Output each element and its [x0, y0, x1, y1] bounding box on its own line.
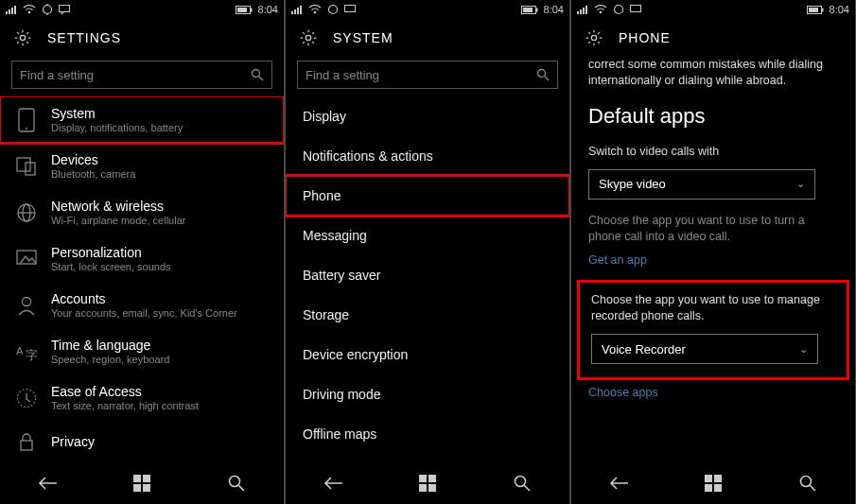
svg-rect-2	[11, 8, 13, 14]
svg-rect-62	[705, 475, 712, 482]
item-label: Accounts	[51, 291, 237, 306]
time-language-icon: A字	[15, 340, 38, 363]
item-label: Ease of Access	[51, 384, 199, 399]
settings-item-network[interactable]: Network & wireless Wi-Fi, airplane mode,…	[0, 189, 284, 235]
intro-text: correct some common mistakes while diali…	[571, 57, 855, 96]
system-item-display[interactable]: Display	[286, 96, 569, 136]
signal-icon	[577, 5, 588, 14]
svg-point-11	[253, 70, 260, 78]
system-item-storage[interactable]: Storage	[286, 295, 569, 335]
search-placeholder: Find a setting	[20, 68, 94, 82]
gear-icon	[583, 26, 605, 49]
nav-bar	[571, 462, 855, 504]
item-label: Devices	[51, 152, 135, 167]
svg-point-55	[600, 11, 603, 14]
item-sub: Speech, region, keyboard	[51, 354, 169, 365]
system-item-offline-maps[interactable]: Offline maps	[286, 414, 569, 454]
choose-apps-link[interactable]: Choose apps	[571, 382, 855, 410]
search-button[interactable]	[222, 469, 251, 497]
wifi-icon	[308, 5, 322, 14]
sync-icon	[327, 4, 339, 15]
get-an-app-link[interactable]: Get an app	[571, 250, 855, 278]
search-input[interactable]: Find a setting	[11, 61, 272, 89]
nav-bar	[286, 462, 569, 504]
battery-icon	[521, 6, 538, 14]
settings-item-devices[interactable]: Devices Bluetooth, camera	[0, 143, 284, 189]
svg-rect-63	[714, 475, 722, 482]
search-button[interactable]	[508, 469, 536, 497]
system-item-messaging[interactable]: Messaging	[286, 216, 569, 255]
svg-rect-51	[577, 11, 579, 14]
item-sub: Bluetooth, camera	[51, 168, 135, 180]
system-item-about[interactable]: About	[286, 454, 569, 462]
start-button[interactable]	[128, 469, 156, 497]
item-sub: Text size, narrator, high contrast	[51, 400, 199, 411]
svg-rect-38	[345, 6, 356, 12]
clock-text: 8:04	[258, 4, 278, 15]
battery-icon	[236, 6, 253, 14]
gear-icon	[11, 26, 34, 49]
svg-line-12	[259, 77, 264, 81]
battery-icon	[807, 6, 824, 14]
privacy-icon	[15, 430, 38, 453]
page-title: PHONE	[619, 30, 671, 45]
back-button[interactable]	[33, 469, 61, 497]
svg-rect-32	[291, 11, 293, 14]
system-item-driving-mode[interactable]: Driving mode	[286, 374, 569, 414]
svg-rect-59	[822, 8, 824, 11]
system-item-notifications[interactable]: Notifications & actions	[286, 136, 569, 176]
settings-item-privacy[interactable]: Privacy	[0, 421, 284, 455]
svg-point-37	[329, 6, 338, 14]
svg-rect-54	[585, 6, 587, 14]
back-button[interactable]	[319, 469, 347, 497]
svg-rect-65	[714, 484, 722, 492]
svg-line-31	[238, 485, 244, 491]
settings-item-time-language[interactable]: A字 Time & language Speech, region, keybo…	[0, 328, 284, 374]
svg-point-43	[538, 70, 546, 78]
settings-item-personalization[interactable]: Personalization Start, lock screen, soun…	[0, 235, 284, 282]
signal-icon	[6, 5, 17, 14]
video-call-dropdown[interactable]: Skype video ⌄	[588, 169, 815, 200]
message-icon	[344, 5, 356, 14]
recording-app-dropdown[interactable]: Voice Recorder ⌄	[591, 334, 818, 364]
item-label: Privacy	[51, 434, 95, 449]
record-help: Choose the app you want to use to manage…	[580, 287, 847, 330]
signal-icon	[291, 5, 303, 14]
system-item-battery-saver[interactable]: Battery saver	[286, 255, 569, 295]
settings-item-system[interactable]: System Display, notifications, battery	[0, 96, 284, 143]
svg-rect-27	[143, 475, 150, 482]
status-bar: 8:04	[0, 0, 284, 19]
item-label: Network & wireless	[51, 199, 185, 214]
system-item-phone[interactable]: Phone	[286, 176, 569, 216]
svg-point-5	[44, 6, 52, 14]
nav-bar	[0, 462, 284, 504]
system-item-device-encryption[interactable]: Device encryption	[286, 335, 569, 374]
svg-rect-15	[17, 158, 30, 171]
start-button[interactable]	[699, 469, 727, 497]
section-default-apps: Default apps	[571, 96, 855, 138]
svg-rect-64	[705, 484, 712, 492]
settings-item-ease-of-access[interactable]: Ease of Access Text size, narrator, high…	[0, 374, 284, 421]
svg-point-30	[230, 477, 240, 487]
search-input[interactable]: Find a setting	[297, 61, 558, 89]
start-button[interactable]	[413, 469, 442, 497]
dropdown-value: Voice Recorder	[602, 342, 686, 356]
personalization-icon	[15, 248, 38, 270]
back-button[interactable]	[604, 469, 633, 497]
svg-point-66	[801, 477, 812, 487]
message-icon	[59, 5, 70, 14]
status-bar: 8:04	[286, 0, 569, 19]
svg-rect-6	[60, 6, 70, 12]
item-sub: Start, lock screen, sounds	[51, 261, 171, 272]
svg-rect-26	[133, 475, 141, 482]
clock-text: 8:04	[544, 4, 564, 15]
svg-rect-29	[143, 484, 150, 492]
header: PHONE	[571, 19, 855, 57]
item-sub: Display, notifications, battery	[51, 122, 183, 133]
ease-of-access-icon	[15, 387, 38, 409]
svg-rect-47	[419, 484, 427, 492]
chevron-down-icon: ⌄	[799, 343, 808, 356]
search-button[interactable]	[794, 469, 822, 497]
svg-point-4	[28, 11, 31, 14]
settings-item-accounts[interactable]: Accounts Your accounts, email, sync, Kid…	[0, 282, 284, 328]
